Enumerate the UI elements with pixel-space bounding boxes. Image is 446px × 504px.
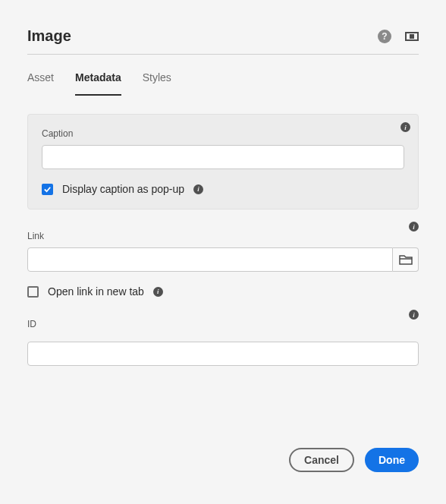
info-icon[interactable]: i (400, 122, 410, 132)
dialog-header: Image ? (27, 0, 419, 55)
info-icon[interactable]: i (193, 184, 203, 194)
tab-content: i Caption Display caption as pop-up i i … (27, 96, 419, 366)
caption-popup-label: Display caption as pop-up (62, 183, 184, 195)
info-icon[interactable]: i (153, 287, 163, 297)
link-input-row (27, 247, 419, 272)
svg-rect-1 (410, 34, 414, 39)
link-newtab-row: Open link in new tab i (27, 285, 419, 298)
tab-metadata[interactable]: Metadata (75, 71, 121, 96)
caption-input[interactable] (42, 145, 404, 169)
browse-button[interactable] (393, 247, 419, 272)
info-icon[interactable]: i (409, 222, 419, 232)
cancel-button[interactable]: Cancel (289, 448, 354, 472)
caption-panel: i Caption Display caption as pop-up i (27, 114, 419, 209)
dialog-title: Image (27, 27, 71, 45)
link-input[interactable] (27, 247, 393, 272)
id-field: i ID (27, 319, 419, 366)
image-dialog: Image ? Asset Metadata Styles i Caption … (0, 0, 446, 366)
id-input[interactable] (27, 342, 419, 366)
done-button[interactable]: Done (365, 448, 419, 472)
caption-popup-row: Display caption as pop-up i (42, 183, 404, 195)
link-field: i Link Open link in new tab i (27, 231, 419, 298)
fullscreen-icon[interactable] (405, 30, 419, 43)
help-icon[interactable]: ? (378, 30, 391, 43)
id-label: ID (27, 319, 419, 329)
caption-label: Caption (42, 128, 404, 139)
caption-popup-checkbox[interactable] (42, 184, 53, 195)
link-label: Link (27, 231, 419, 241)
dialog-footer: Cancel Done (289, 448, 419, 472)
header-actions: ? (378, 30, 419, 43)
info-icon[interactable]: i (409, 310, 419, 320)
link-newtab-checkbox[interactable] (27, 286, 39, 298)
tab-asset[interactable]: Asset (27, 71, 54, 96)
tab-list: Asset Metadata Styles (27, 55, 419, 96)
tab-styles[interactable]: Styles (143, 71, 171, 96)
link-newtab-label: Open link in new tab (48, 285, 144, 298)
